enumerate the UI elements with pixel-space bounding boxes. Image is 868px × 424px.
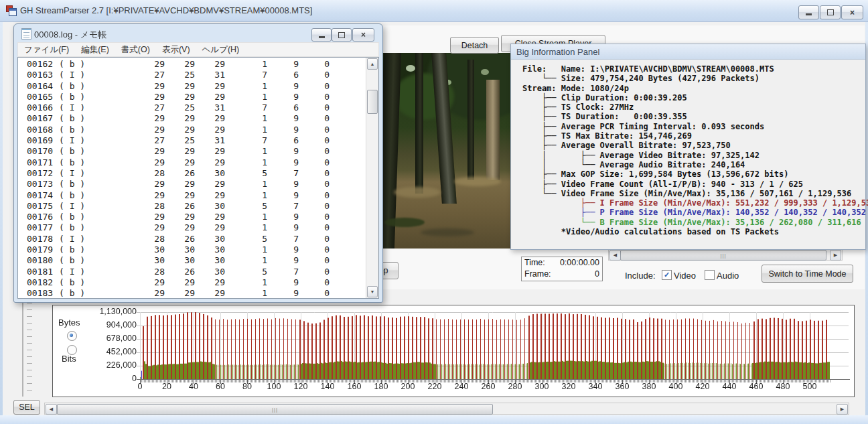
notepad-document-icon <box>21 28 31 40</box>
chart-scroll-right-button[interactable]: ▶ <box>837 404 848 415</box>
log-cell: 29 <box>165 92 195 102</box>
ground-shadow <box>421 228 474 236</box>
right-arrow-icon: ▶ <box>841 407 844 412</box>
detach-button[interactable]: Detach <box>450 37 499 54</box>
log-cell: 00179 <box>19 244 59 255</box>
switch-to-time-mode-button[interactable]: Switch to Time Mode <box>762 265 853 283</box>
notepad-menubar: ファイル(F)編集(E)書式(O)表示(V)ヘルプ(H) <box>17 42 379 57</box>
log-cell: 0 <box>299 168 330 179</box>
log-cell: 1 <box>225 146 267 157</box>
bytes-radio[interactable] <box>67 331 77 341</box>
notepad-scroll-up-button[interactable]: ▲ <box>367 58 378 70</box>
notepad-minimize-button[interactable] <box>311 28 332 42</box>
sel-button[interactable]: SEL <box>13 400 40 415</box>
player-scroll-left-button[interactable]: ◀ <box>609 250 621 261</box>
x-axis-label: 440 <box>716 382 743 391</box>
info-line: ├── Clip Duration: 0:00:39.205 <box>522 93 861 102</box>
log-cell: 7 <box>267 234 299 244</box>
chart-scrollbar-thumb[interactable]: ||| <box>57 404 493 415</box>
notepad-scrollbar-thumb[interactable] <box>367 90 378 114</box>
notepad-titlebar[interactable]: 00008.log - メモ帳 × <box>14 24 382 42</box>
player-scrollbar-thumb[interactable]: ||| <box>620 250 826 261</box>
player-scroll-right-button[interactable]: ▶ <box>830 250 841 261</box>
minimize-button[interactable] <box>798 5 819 19</box>
log-cell: ( I ) <box>59 201 86 212</box>
log-cell: 0 <box>299 244 330 255</box>
info-line: ├── Max GOP Size: 1,699,584 Bytes (13,59… <box>522 169 861 179</box>
log-cell: ( b ) <box>59 222 86 233</box>
stream-info-text: File: Name: I:\PRIVATE\AVCHD\BDMV\STREAM… <box>522 64 861 246</box>
player-scrollbar[interactable]: ◀ ||| ▶ <box>608 249 843 261</box>
log-cell: 9 <box>267 59 299 70</box>
notepad-scroll-down-button[interactable]: ▼ <box>367 286 378 297</box>
info-line: Stream: Mode: 1080/24p <box>522 84 861 93</box>
video-checkbox[interactable]: ✓ <box>662 270 672 280</box>
log-cell: 31 <box>195 135 225 146</box>
log-cell: 29 <box>86 125 165 135</box>
log-cell: 0 <box>299 102 330 113</box>
maximize-button[interactable] <box>820 5 841 19</box>
sel-button-label: SEL <box>19 403 35 412</box>
bytes-radio-label[interactable]: Bytes <box>58 317 80 328</box>
menu-item-2[interactable]: 書式(O) <box>115 44 156 56</box>
x-axis-label: 420 <box>689 382 716 391</box>
notepad-close-button[interactable]: × <box>352 28 374 42</box>
log-cell: ( I ) <box>59 135 86 146</box>
notepad-window[interactable]: 00008.log - メモ帳 × ファイル(F)編集(E)書式(O)表示(V)… <box>13 23 383 303</box>
log-cell: ( b ) <box>59 288 86 299</box>
log-cell: 00182 <box>19 277 59 288</box>
info-line: ├── I Frame Size (Min/Ave/Max): 551,232 … <box>522 198 861 208</box>
log-cell: ( b ) <box>59 146 86 157</box>
x-axis-label: 80 <box>234 382 261 391</box>
menu-item-0[interactable]: ファイル(F) <box>18 44 75 56</box>
log-cell: 9 <box>267 113 299 124</box>
check-icon: ✓ <box>664 271 670 279</box>
menu-item-4[interactable]: ヘルプ(H) <box>196 44 246 56</box>
log-cell: 30 <box>165 244 195 255</box>
log-cell: 00165 <box>19 92 59 102</box>
log-cell: 1 <box>225 113 267 124</box>
grip-icon: ||| <box>272 407 278 413</box>
log-cell: 27 <box>86 102 165 113</box>
chart-scroll-left-button[interactable]: ◀ <box>46 404 57 415</box>
tree-trunk <box>467 60 474 180</box>
bits-radio-label[interactable]: Bits <box>62 354 76 364</box>
main-titlebar[interactable]: GH StreamParser 2.7 [I:¥PRIVATE¥AVCHD¥BD… <box>0 0 868 22</box>
notepad-text-area[interactable]: 00162( b )29292919000163( I )27253176000… <box>17 57 379 299</box>
menu-item-3[interactable]: 表示(V) <box>156 44 196 56</box>
log-cell: 29 <box>86 190 165 201</box>
log-cell: 29 <box>195 179 225 190</box>
close-button[interactable]: × <box>841 5 863 19</box>
chart-scrollbar[interactable]: ◀ ||| ▶ <box>44 403 849 415</box>
x-axis-label: 380 <box>636 382 662 391</box>
notepad-maximize-button[interactable] <box>332 28 352 42</box>
notepad-scrollbar[interactable]: ▲ ▼ <box>366 58 378 298</box>
zoom-slider-groove[interactable] <box>22 301 23 397</box>
log-cell: 29 <box>165 222 195 233</box>
x-axis-label: 100 <box>261 382 287 391</box>
log-cell: 29 <box>195 157 225 168</box>
log-cell: ( b ) <box>59 277 86 288</box>
info-line: └── B Frame Size (Min/Ave/Max): 35,136 /… <box>522 218 861 227</box>
maximize-icon <box>827 9 834 15</box>
log-cell: 29 <box>195 222 225 233</box>
big-information-panel-title[interactable]: Big Information Panel <box>511 44 865 60</box>
menu-item-1[interactable]: 編集(E) <box>75 44 115 56</box>
table-row: 00182( b )292929190 <box>19 277 366 288</box>
log-cell: 0 <box>299 125 330 135</box>
log-cell: 1 <box>225 288 267 299</box>
log-cell: 1 <box>225 81 267 92</box>
log-cell: 0 <box>299 157 330 168</box>
info-line: └── Size: 479,754,240 Bytes (427,296 Pac… <box>522 74 861 83</box>
x-axis-label: 0 <box>127 382 153 391</box>
video-checkbox-label[interactable]: Video <box>674 271 696 281</box>
log-cell: 5 <box>225 234 267 244</box>
audio-checkbox[interactable] <box>705 270 715 280</box>
audio-checkbox-label[interactable]: Audio <box>717 271 739 281</box>
x-axis-label: 460 <box>743 382 770 391</box>
y-axis-label: 678,000 <box>90 334 137 343</box>
log-cell: 29 <box>165 190 195 201</box>
table-row: 00167( b )292929190 <box>19 113 366 124</box>
log-cell: ( I ) <box>59 70 86 80</box>
log-cell: 9 <box>267 255 299 266</box>
